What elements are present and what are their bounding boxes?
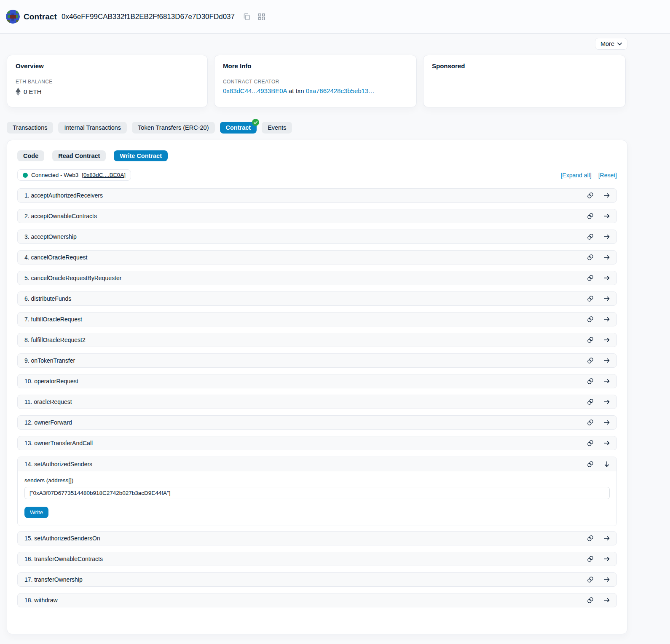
permalink-icon[interactable] xyxy=(587,295,594,302)
function-row[interactable]: 8. fulfillOracleRequest2 xyxy=(17,333,617,347)
arrow-right-icon[interactable] xyxy=(603,419,610,426)
arrow-right-icon[interactable] xyxy=(603,440,610,446)
connected-status-dot xyxy=(23,173,28,178)
eth-balance-value: 0 ETH xyxy=(24,88,42,95)
arrow-right-icon[interactable] xyxy=(603,337,610,343)
senders-input[interactable] xyxy=(24,487,610,499)
contract-subtab-bar: Code Read Contract Write Contract xyxy=(17,150,617,161)
subtab-code[interactable]: Code xyxy=(17,150,44,161)
arrow-right-icon[interactable] xyxy=(603,378,610,385)
qr-code-icon[interactable] xyxy=(258,13,265,21)
permalink-icon[interactable] xyxy=(587,316,594,323)
permalink-icon[interactable] xyxy=(587,254,594,261)
function-row[interactable]: 10. operatorRequest xyxy=(17,374,617,388)
page-content: More Overview ETH BALANCE 0 ETH More Inf… xyxy=(0,38,635,634)
permalink-icon[interactable] xyxy=(587,535,594,542)
function-row[interactable]: 6. distributeFunds xyxy=(17,291,617,306)
copy-address-icon[interactable] xyxy=(243,13,251,21)
function-row[interactable]: 18. withdraw xyxy=(17,593,617,607)
function-row-expanded: 14. setAuthorizedSenders senders (addres… xyxy=(17,457,617,526)
arrow-right-icon[interactable] xyxy=(603,576,610,583)
arrow-right-icon[interactable] xyxy=(603,213,610,219)
permalink-icon[interactable] xyxy=(587,440,594,446)
expand-all-link[interactable]: [Expand all] xyxy=(560,172,591,179)
more-info-card: More Info CONTRACT CREATOR 0x83dC44...49… xyxy=(214,55,417,107)
permalink-icon[interactable] xyxy=(587,275,594,281)
permalink-icon[interactable] xyxy=(587,337,594,343)
function-row[interactable]: 5. cancelOracleRequestByRequester xyxy=(17,271,617,285)
function-row-label: 1. acceptAuthorizedReceivers xyxy=(24,192,103,199)
permalink-icon[interactable] xyxy=(587,233,594,240)
tab-internal-transactions[interactable]: Internal Transactions xyxy=(58,122,127,134)
permalink-icon[interactable] xyxy=(587,192,594,199)
function-row-label: 5. cancelOracleRequestByRequester xyxy=(24,275,121,281)
tab-contract-label: Contract xyxy=(226,124,251,131)
subtab-write-contract[interactable]: Write Contract xyxy=(114,150,168,161)
arrow-right-icon[interactable] xyxy=(603,316,610,323)
function-row[interactable]: 4. cancelOracleRequest xyxy=(17,250,617,265)
function-list: 1. acceptAuthorizedReceivers 2. acceptOw… xyxy=(17,188,617,607)
arrow-right-icon[interactable] xyxy=(603,535,610,542)
function-row[interactable]: 14. setAuthorizedSenders xyxy=(18,457,616,471)
contract-address: 0x46eFF99CAB332f1B2EB2Ff6813D67e7D30FDd0… xyxy=(62,13,235,21)
function-row[interactable]: 9. onTokenTransfer xyxy=(17,353,617,368)
function-row[interactable]: 13. ownerTransferAndCall xyxy=(17,436,617,450)
sponsored-card: Sponsored xyxy=(423,55,626,107)
tab-contract[interactable]: Contract xyxy=(220,122,257,134)
connected-wallet-link[interactable]: [0x83dC....BE0A] xyxy=(82,172,126,178)
overview-title: Overview xyxy=(16,62,199,69)
function-row-label: 7. fulfillOracleRequest xyxy=(24,316,82,323)
ethereum-icon xyxy=(16,88,21,96)
function-row[interactable]: 16. transferOwnableContracts xyxy=(17,552,617,566)
function-row[interactable]: 1. acceptAuthorizedReceivers xyxy=(17,188,617,203)
eth-balance-label: ETH BALANCE xyxy=(16,79,199,85)
arrow-right-icon[interactable] xyxy=(603,254,610,261)
more-dropdown-button[interactable]: More xyxy=(595,38,627,50)
function-row-label: 9. onTokenTransfer xyxy=(24,357,75,364)
arrow-down-icon[interactable] xyxy=(603,461,610,468)
arrow-right-icon[interactable] xyxy=(603,357,610,364)
arrow-right-icon[interactable] xyxy=(603,295,610,302)
wallet-connection-status[interactable]: Connected - Web3 [0x83dC....BE0A] xyxy=(17,169,131,181)
top-header-bar: Contract 0x46eFF99CAB332f1B2EB2Ff6813D67… xyxy=(0,0,670,34)
permalink-icon[interactable] xyxy=(587,556,594,562)
arrow-right-icon[interactable] xyxy=(603,275,610,281)
arrow-right-icon[interactable] xyxy=(603,597,610,604)
function-row-label: 14. setAuthorizedSenders xyxy=(24,461,92,468)
contract-panel: Code Read Contract Write Contract Connec… xyxy=(7,140,627,634)
permalink-icon[interactable] xyxy=(587,461,594,468)
function-row[interactable]: 12. ownerForward xyxy=(17,415,617,430)
arrow-right-icon[interactable] xyxy=(603,556,610,562)
permalink-icon[interactable] xyxy=(587,597,594,604)
permalink-icon[interactable] xyxy=(587,576,594,583)
permalink-icon[interactable] xyxy=(587,398,594,405)
function-row-label: 16. transferOwnableContracts xyxy=(24,556,103,562)
function-row[interactable]: 2. acceptOwnableContracts xyxy=(17,209,617,223)
creator-at-txn-text: at txn xyxy=(287,87,306,94)
subtab-read-contract[interactable]: Read Contract xyxy=(52,150,106,161)
function-row[interactable]: 3. acceptOwnership xyxy=(17,230,617,244)
permalink-icon[interactable] xyxy=(587,357,594,364)
arrow-right-icon[interactable] xyxy=(603,192,610,199)
tab-events[interactable]: Events xyxy=(262,122,292,134)
arrow-right-icon[interactable] xyxy=(603,233,610,240)
permalink-icon[interactable] xyxy=(587,378,594,385)
function-row[interactable]: 11. oracleRequest xyxy=(17,395,617,409)
function-row-label: 18. withdraw xyxy=(24,597,58,604)
creator-txn-link[interactable]: 0xa7662428c3b5eb13… xyxy=(306,87,375,94)
tab-token-transfers[interactable]: Token Transfers (ERC-20) xyxy=(132,122,214,134)
arrow-right-icon[interactable] xyxy=(603,398,610,405)
reset-link[interactable]: [Reset] xyxy=(598,172,617,179)
function-row[interactable]: 7. fulfillOracleRequest xyxy=(17,312,617,326)
function-row-label: 6. distributeFunds xyxy=(24,295,71,302)
verified-check-badge xyxy=(252,119,259,126)
permalink-icon[interactable] xyxy=(587,419,594,426)
function-row-label: 2. acceptOwnableContracts xyxy=(24,213,97,219)
tab-transactions[interactable]: Transactions xyxy=(7,122,53,134)
function-row[interactable]: 15. setAuthorizedSendersOn xyxy=(17,531,617,545)
page-title: Contract xyxy=(24,12,57,21)
function-row[interactable]: 17. transferOwnership xyxy=(17,572,617,587)
write-button[interactable]: Write xyxy=(24,507,48,518)
permalink-icon[interactable] xyxy=(587,213,594,219)
creator-address-link[interactable]: 0x83dC44...4933BE0A xyxy=(223,87,287,94)
